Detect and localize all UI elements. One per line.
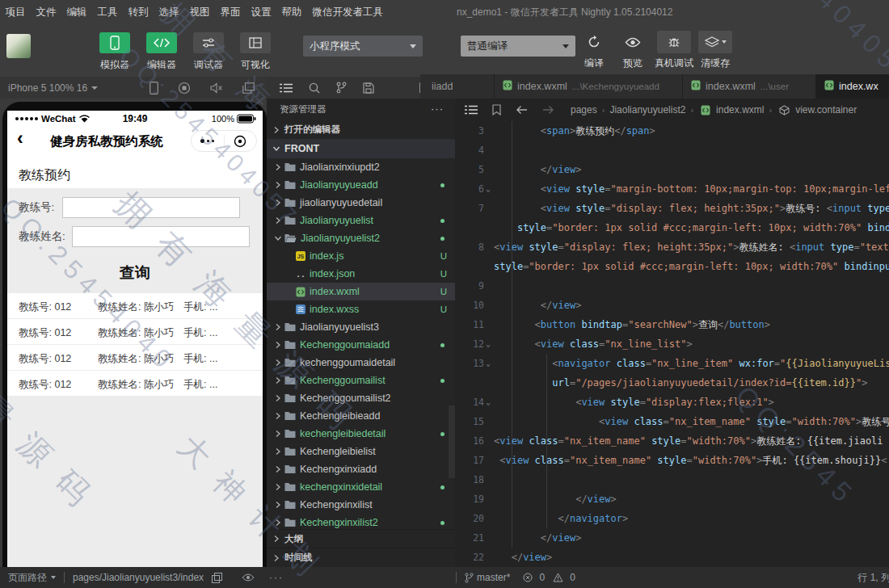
编译-button[interactable]: 编译 (577, 31, 611, 70)
result-row[interactable]: 教练号: 012教练姓名: 陈小巧手机: ... (7, 293, 263, 319)
popout-icon[interactable] (242, 82, 255, 94)
breadcrumb-item[interactable]: index.wxml (716, 104, 764, 116)
menu-item[interactable]: 界面 (215, 6, 246, 19)
tree-folder-kechenggoumaidetail[interactable]: kechenggoumaidetail (267, 354, 455, 372)
breadcrumb-item[interactable]: pages (571, 104, 597, 116)
menu-item[interactable]: 编辑 (61, 6, 92, 19)
tree-file-index.wxss[interactable]: index.wxssU (267, 300, 455, 318)
branch-icon[interactable] (336, 82, 347, 94)
编辑器-button[interactable]: 编辑器 (138, 32, 185, 72)
list-icon[interactable] (280, 83, 293, 93)
editor-tab[interactable]: iiadd (420, 74, 495, 99)
phone-icon[interactable] (150, 82, 158, 94)
真机调试-button[interactable]: 真机调试 (655, 31, 693, 70)
fold-icon[interactable]: ⌄ (486, 334, 494, 354)
coach-no-input[interactable] (62, 197, 240, 218)
compile-select[interactable]: 普通编译 (461, 36, 575, 57)
tree-folder-Kechenggoumailist[interactable]: Kechenggoumailist (267, 372, 455, 389)
root-folder-section[interactable]: FRONT (267, 139, 455, 158)
menu-item[interactable]: 设置 (246, 6, 276, 19)
tree-file-index.js[interactable]: JSindex.jsU (267, 247, 455, 265)
预览-button[interactable]: 预览 (616, 31, 650, 70)
fold-icon[interactable]: ⌄ (486, 354, 494, 373)
header-row: iPhone 5 100% 16 iiaddindex.wxml...\Kech… (0, 77, 889, 99)
eye-icon[interactable] (242, 573, 255, 582)
git-branch[interactable]: master* (477, 572, 510, 583)
folder-icon (284, 464, 296, 474)
tree-folder-kechengleibiedetail[interactable]: kechengleibiedetail (267, 425, 455, 443)
copy-icon[interactable] (212, 573, 222, 583)
fold-icon[interactable]: ⌄ (486, 393, 494, 412)
timeline-section[interactable]: 时间线 (267, 548, 455, 567)
arrow-right-icon[interactable] (542, 105, 554, 115)
tree-folder-Jiaolianyuyuelist2[interactable]: Jiaolianyuyuelist2 (267, 229, 455, 247)
breadcrumb-item[interactable]: Jiaolianyuyuelist2 (609, 104, 685, 116)
save-icon[interactable] (363, 82, 374, 94)
menu-item[interactable]: 文件 (31, 6, 61, 19)
explorer-scrollbar[interactable] (449, 405, 455, 478)
outline-section[interactable]: 大纲 (267, 529, 455, 548)
breadcrumb-item[interactable]: view.container (795, 104, 857, 116)
folder-icon (284, 393, 296, 403)
arrow-left-icon[interactable] (516, 105, 528, 115)
list-icon[interactable] (465, 105, 478, 115)
menu-item[interactable]: 选择 (154, 6, 184, 19)
device-select[interactable]: iPhone 5 100% 16 (8, 82, 98, 94)
模拟器-button[interactable]: 模拟器 (91, 32, 138, 72)
open-editors-section[interactable]: 打开的编辑器 (267, 120, 455, 139)
menu-item[interactable]: 帮助 (276, 6, 307, 19)
warning-count: 0 (570, 572, 575, 583)
调试器-button[interactable]: 调试器 (185, 32, 232, 72)
tree-folder-Jiaolianxinxiupdt2[interactable]: Jiaolianxinxiupdt2 (267, 158, 455, 176)
tree-folder-Kechengxinxiadd[interactable]: Kechengxinxiadd (267, 460, 455, 478)
code-area[interactable]: 3 <span>教练预约</span>45 </view>6⌄ <view st… (455, 121, 889, 567)
page-path-select[interactable]: 页面路径 (8, 571, 56, 585)
tree-folder-kechengxinxidetail[interactable]: kechengxinxidetail (267, 478, 455, 496)
menu-item[interactable]: 视图 (184, 6, 215, 19)
coach-name-input[interactable] (72, 226, 250, 247)
page-background (7, 397, 263, 567)
tree-file-index.wxml[interactable]: index.wxmlU (267, 283, 455, 300)
wxml-file-icon (691, 80, 701, 93)
more-actions-icon[interactable]: ··· (431, 103, 444, 115)
exit-button[interactable] (225, 135, 257, 148)
tree-folder-Kechenggoumaiadd[interactable]: Kechenggoumaiadd (267, 336, 455, 354)
editor-tab[interactable]: index.wx (816, 74, 889, 99)
more-icon[interactable]: ··· (269, 572, 284, 583)
tree-folder-jiaolianyuyuedetail[interactable]: jiaolianyuyuedetail (267, 194, 455, 212)
tree-folder-Kechengleibielist[interactable]: Kechengleibielist (267, 443, 455, 460)
menu-item[interactable]: 项目 (0, 6, 31, 19)
tree-folder-Jiaolianyuyuelist3[interactable]: Jiaolianyuyuelist3 (267, 318, 455, 336)
tree-folder-Kechengxinxilist[interactable]: Kechengxinxilist (267, 496, 455, 514)
result-row[interactable]: 教练号: 012教练姓名: 陈小巧手机: ... (7, 345, 263, 371)
tree-folder-Kechenggoumailist2[interactable]: Kechenggoumailist2 (267, 389, 455, 407)
avatar[interactable] (6, 34, 31, 58)
cursor-position[interactable]: 行 1, 列 1 (857, 571, 889, 585)
mode-select[interactable]: 小程序模式 (303, 36, 423, 57)
folder-icon (284, 340, 296, 350)
code-line: 7 <view style="display: flex; height:35p… (455, 199, 889, 218)
mute-icon[interactable] (210, 82, 223, 94)
可视化-button[interactable]: 可视化 (232, 32, 279, 72)
fold-icon[interactable]: ⌄ (486, 179, 494, 199)
tree-folder-Jiaolianyuyuelist[interactable]: Jiaolianyuyuelist (267, 212, 455, 229)
result-row[interactable]: 教练号: 012教练姓名: 陈小巧手机: ... (7, 371, 263, 397)
search-button[interactable]: 查询 (7, 262, 263, 284)
folder-icon (284, 429, 296, 439)
editor-tab[interactable]: index.wxml...\user (683, 74, 816, 99)
chevron-down-icon (275, 235, 283, 242)
tree-folder-Kechengleibieadd[interactable]: Kechengleibieadd (267, 407, 455, 425)
tree-folder-Jiaolianyuyueadd[interactable]: Jiaolianyuyueadd (267, 176, 455, 194)
tree-file-index.json[interactable]: {..}index.jsonU (267, 265, 455, 283)
more-button[interactable] (192, 139, 224, 143)
result-row[interactable]: 教练号: 012教练姓名: 陈小巧手机: ... (7, 319, 263, 345)
phone-frame: WeChat 19:49 100% ‹ 健身房私教预约系统 (2, 102, 267, 567)
menu-item[interactable]: 转到 (123, 6, 154, 19)
record-icon[interactable] (178, 82, 191, 94)
search-icon[interactable] (309, 82, 320, 94)
bookmark-icon[interactable] (492, 104, 501, 116)
editor-tab[interactable]: index.wxml...\Kechengyuyueadd (495, 74, 683, 99)
menu-item[interactable]: 工具 (92, 6, 123, 19)
清缓存-button[interactable]: 清缓存 (698, 31, 732, 70)
menu-item[interactable]: 微信开发者工具 (307, 6, 389, 19)
